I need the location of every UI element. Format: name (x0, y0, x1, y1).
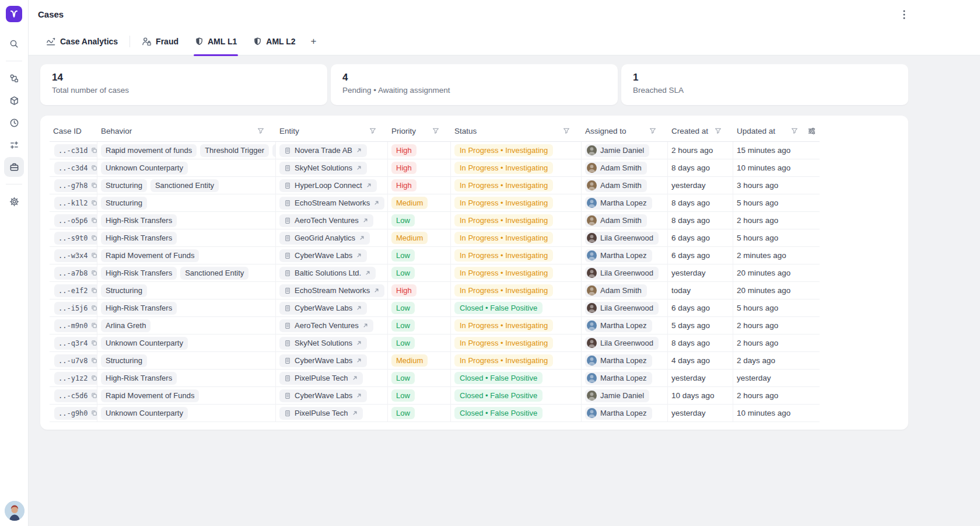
building-icon (284, 322, 291, 329)
rules-icon[interactable] (4, 135, 24, 155)
search-icon[interactable] (4, 34, 24, 54)
assigned-cell: Adam Smith (582, 282, 668, 299)
entity-link[interactable]: PixelPulse Tech (279, 372, 363, 385)
workflow-icon[interactable] (4, 68, 24, 88)
behavior-cell: Unknown Counterparty (97, 159, 276, 177)
column-header-entity[interactable]: Entity (276, 120, 388, 141)
external-link-icon (373, 200, 380, 206)
tab-aml-l1[interactable]: AML L1 (187, 28, 245, 55)
entity-name: EchoStream Networks (295, 198, 370, 207)
entity-link[interactable]: GeoGrid Analytics (279, 232, 370, 245)
copy-icon[interactable] (91, 410, 97, 416)
table-row[interactable]: ..-i5j6High-Risk TransfersCyberWave Labs… (50, 299, 820, 317)
entity-link[interactable]: CyberWave Labs (279, 389, 367, 402)
copy-icon[interactable] (91, 287, 97, 294)
status-badge: Closed • False Positive (454, 302, 542, 314)
entity-link[interactable]: SkyNet Solutions (279, 162, 367, 175)
copy-icon[interactable] (91, 375, 97, 381)
copy-icon[interactable] (91, 305, 97, 311)
copy-icon[interactable] (91, 392, 97, 399)
table-row[interactable]: ..-g9h0Unknown CounterpartyPixelPulse Te… (50, 405, 820, 422)
tab-case-analytics[interactable]: Case Analytics (38, 28, 126, 55)
table-row[interactable]: ..-o5p6High-Risk TransfersAeroTech Ventu… (50, 212, 820, 229)
building-icon (284, 357, 291, 364)
assignee-name: Lila Greenwood (600, 234, 653, 242)
table-row[interactable]: ..-m9n0Arlina GrethAeroTech VenturesLowI… (50, 317, 820, 335)
updated-at: 20 minutes ago (737, 286, 790, 295)
entity-link[interactable]: AeroTech Ventures (279, 319, 373, 332)
entity-link[interactable]: HyperLoop Connect (279, 179, 377, 192)
entity-link[interactable]: Baltic Solutions Ltd. (279, 267, 376, 280)
copy-icon[interactable] (91, 147, 97, 154)
created-at-cell: yesterday (668, 370, 733, 387)
entity-link[interactable]: PixelPulse Tech (279, 407, 363, 420)
entity-link[interactable]: CyberWave Labs (279, 302, 367, 315)
entity-cell: CyberWave Labs (276, 247, 388, 264)
column-header-case-id[interactable]: Case ID (50, 120, 97, 141)
assignee-chip: Jamie Daniel (585, 389, 649, 402)
table-row[interactable]: ..-u7v8StructuringCyberWave LabsMediumIn… (50, 352, 820, 370)
copy-icon[interactable] (91, 357, 97, 364)
table-row[interactable]: ..-q3r4Unknown CounterpartySkyNet Soluti… (50, 335, 820, 352)
table-row[interactable]: ..-y1z2High-Risk TransfersPixelPulse Tec… (50, 370, 820, 387)
column-header-behavior[interactable]: Behavior (97, 120, 276, 141)
column-header-assigned-to[interactable]: Assigned to (582, 120, 668, 141)
assigned-cell: Adam Smith (582, 177, 668, 194)
table-row[interactable]: ..-w3x4Rapid Movement of FundsCyberWave … (50, 247, 820, 264)
more-menu-button[interactable] (898, 9, 910, 20)
table-row[interactable]: ..-g7h8StructuringSanctioned EntityHyper… (50, 177, 820, 194)
filter-icon[interactable] (715, 127, 722, 134)
settings-gear-icon[interactable] (4, 191, 24, 211)
updated-at: 2 hours ago (737, 321, 778, 330)
behavior-cell: Rapid Movement of Funds (97, 387, 276, 405)
behavior-tag: Arlina Greth (101, 319, 150, 332)
column-header-status[interactable]: Status (451, 120, 582, 141)
entity-link[interactable]: AeroTech Ventures (279, 214, 373, 227)
filter-icon[interactable] (257, 127, 264, 134)
copy-icon[interactable] (91, 322, 97, 329)
filter-icon[interactable] (369, 127, 376, 134)
entity-name: CyberWave Labs (295, 356, 352, 365)
copy-icon[interactable] (91, 252, 97, 259)
copy-icon[interactable] (91, 340, 97, 346)
filter-icon[interactable] (649, 127, 656, 134)
table-row[interactable]: ..-c5d6Rapid Movement of FundsCyberWave … (50, 387, 820, 405)
entity-link[interactable]: EchoStream Networks (279, 284, 384, 297)
add-tab-button[interactable]: + (304, 36, 324, 47)
entity-link[interactable]: Novera Trade AB (279, 144, 367, 157)
copy-icon[interactable] (91, 217, 97, 224)
cases-icon[interactable] (4, 157, 24, 177)
external-link-icon (356, 357, 362, 364)
column-header-priority[interactable]: Priority (388, 120, 451, 141)
package-icon[interactable] (4, 90, 24, 110)
filter-icon[interactable] (791, 127, 798, 134)
filter-icon[interactable] (563, 127, 570, 134)
entity-link[interactable]: CyberWave Labs (279, 354, 367, 367)
table-row[interactable]: ..-c31dRapid movement of fundsThreshold … (50, 142, 820, 159)
column-header-updated-at[interactable]: Updated at (733, 120, 820, 141)
copy-icon[interactable] (91, 165, 97, 171)
column-header-created-at[interactable]: Created at (668, 120, 733, 141)
copy-icon[interactable] (91, 235, 97, 241)
entity-link[interactable]: EchoStream Networks (279, 197, 384, 210)
case-id-chip: ..-y1z2 (54, 372, 97, 385)
user-avatar[interactable] (5, 501, 24, 521)
copy-icon[interactable] (91, 200, 97, 206)
history-icon[interactable] (4, 113, 24, 133)
entity-link[interactable]: SkyNet Solutions (279, 337, 367, 350)
table-row[interactable]: ..-a7b8High-Risk TransfersSanctioned Ent… (50, 264, 820, 282)
copy-icon[interactable] (91, 270, 97, 276)
filter-icon[interactable] (432, 127, 439, 134)
table-row[interactable]: ..-k1l2StructuringEchoStream NetworksMed… (50, 194, 820, 212)
assignee-avatar (587, 198, 597, 208)
behavior-cell: Structuring (97, 282, 276, 299)
column-settings-button[interactable] (807, 127, 816, 135)
tab-fraud[interactable]: Fraud (134, 28, 187, 55)
table-row[interactable]: ..-c3d4Unknown CounterpartySkyNet Soluti… (50, 159, 820, 177)
tab-aml-l2[interactable]: AML L2 (245, 28, 303, 55)
table-row[interactable]: ..-s9t0High-Risk TransfersGeoGrid Analyt… (50, 229, 820, 247)
table-row[interactable]: ..-e1f2StructuringEchoStream NetworksHig… (50, 282, 820, 299)
copy-icon[interactable] (91, 182, 97, 189)
behavior-cell: Rapid Movement of Funds (97, 247, 276, 264)
entity-link[interactable]: CyberWave Labs (279, 249, 367, 262)
